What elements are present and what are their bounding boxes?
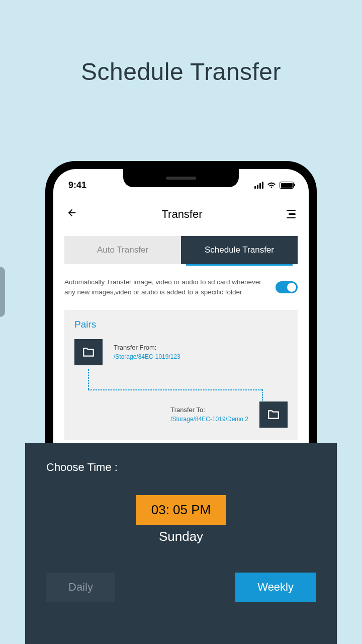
signal-icon: [254, 182, 263, 189]
day-label: Sunday: [46, 529, 316, 544]
status-icons: [254, 182, 294, 189]
phone-notch: [123, 169, 239, 187]
battery-icon: [280, 182, 294, 189]
tab-schedule-transfer[interactable]: Schedule Transfer: [181, 236, 298, 264]
time-value[interactable]: 03: 05 PM: [136, 495, 226, 525]
time-picker-panel: Choose Time : 03: 05 PM Sunday Daily Wee…: [25, 443, 337, 644]
folder-from-icon[interactable]: [74, 339, 103, 365]
transfer-to-label: Transfer To:: [170, 406, 248, 414]
status-time: 9:41: [68, 180, 86, 191]
wifi-icon: [267, 182, 276, 189]
transfer-to-row: Transfer To: /Storage/84EC-1019/Demo 2: [74, 401, 288, 428]
description-row: Automatically Transfer image, video or a…: [53, 264, 309, 307]
header-title: Transfer: [161, 208, 202, 221]
app-header: Transfer: [53, 194, 309, 232]
description-text: Automatically Transfer image, video or a…: [64, 277, 268, 298]
connector-line: [88, 369, 89, 389]
pairs-card: Pairs Transfer From: /Storage/84EC-1019/…: [64, 310, 298, 440]
menu-icon[interactable]: [287, 210, 296, 219]
tabs: Auto Transfer Schedule Transfer: [64, 236, 298, 264]
enable-toggle[interactable]: [276, 281, 298, 293]
daily-button[interactable]: Daily: [46, 573, 115, 602]
speaker-icon: [166, 177, 196, 180]
folder-to-icon[interactable]: [259, 401, 288, 428]
choose-time-label: Choose Time :: [46, 461, 316, 474]
decorative-shadow: [0, 267, 5, 317]
back-icon[interactable]: [66, 206, 77, 222]
pairs-title: Pairs: [74, 319, 288, 330]
weekly-button[interactable]: Weekly: [235, 573, 316, 602]
page-title: Schedule Transfer: [0, 58, 362, 86]
transfer-from-row: Transfer From: /Storage/84EC-1019/123: [74, 339, 288, 365]
transfer-to-path[interactable]: /Storage/84EC-1019/Demo 2: [170, 416, 248, 423]
connector-line: [88, 389, 262, 390]
transfer-from-label: Transfer From:: [114, 344, 180, 351]
transfer-from-path[interactable]: /Storage/84EC-1019/123: [114, 353, 180, 360]
frequency-row: Daily Weekly: [46, 573, 316, 602]
tab-auto-transfer[interactable]: Auto Transfer: [64, 236, 181, 264]
